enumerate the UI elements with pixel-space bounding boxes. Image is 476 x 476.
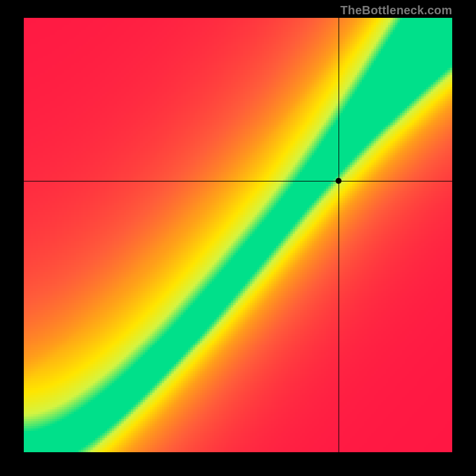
crosshair-vertical [339, 18, 339, 452]
heatmap-canvas [24, 18, 452, 452]
watermark-text: TheBottleneck.com [340, 4, 452, 17]
crosshair-horizontal [24, 181, 452, 181]
chart-stage: TheBottleneck.com [0, 0, 476, 476]
marker-dot [336, 178, 342, 184]
heatmap-plot [24, 18, 452, 452]
